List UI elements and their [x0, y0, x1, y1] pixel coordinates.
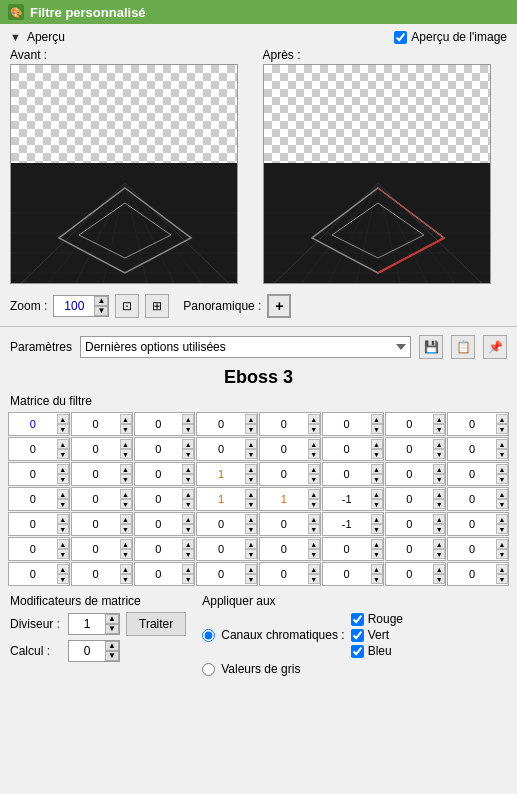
matrix-up-6-2[interactable]: ▲ — [182, 564, 194, 574]
matrix-input-2-1[interactable] — [72, 468, 120, 480]
panoramic-plus-btn[interactable]: + — [267, 294, 291, 318]
matrix-input-6-5[interactable] — [323, 568, 371, 580]
matrix-input-2-6[interactable] — [386, 468, 434, 480]
matrix-down-4-0[interactable]: ▼ — [57, 524, 69, 534]
matrix-down-3-6[interactable]: ▼ — [433, 499, 445, 509]
matrix-input-5-4[interactable] — [260, 543, 308, 555]
gray-radio[interactable] — [202, 663, 215, 676]
matrix-input-5-0[interactable] — [9, 543, 57, 555]
matrix-down-2-0[interactable]: ▼ — [57, 474, 69, 484]
matrix-down-4-6[interactable]: ▼ — [433, 524, 445, 534]
matrix-input-6-3[interactable] — [197, 568, 245, 580]
matrix-up-4-4[interactable]: ▲ — [308, 514, 320, 524]
matrix-input-4-0[interactable] — [9, 518, 57, 530]
matrix-up-2-4[interactable]: ▲ — [308, 464, 320, 474]
matrix-down-1-4[interactable]: ▼ — [308, 449, 320, 459]
matrix-down-2-3[interactable]: ▼ — [245, 474, 257, 484]
matrix-up-0-3[interactable]: ▲ — [245, 414, 257, 424]
matrix-up-4-3[interactable]: ▲ — [245, 514, 257, 524]
matrix-up-6-0[interactable]: ▲ — [57, 564, 69, 574]
matrix-down-1-2[interactable]: ▼ — [182, 449, 194, 459]
matrix-up-5-4[interactable]: ▲ — [308, 539, 320, 549]
matrix-input-1-5[interactable] — [323, 443, 371, 455]
zoom-fit-btn[interactable]: ⊡ — [115, 294, 139, 318]
matrix-down-6-0[interactable]: ▼ — [57, 574, 69, 584]
matrix-input-0-4[interactable] — [260, 418, 308, 430]
matrix-input-2-3[interactable] — [197, 468, 245, 480]
matrix-down-5-5[interactable]: ▼ — [371, 549, 383, 559]
matrix-down-4-7[interactable]: ▼ — [496, 524, 508, 534]
matrix-down-0-3[interactable]: ▼ — [245, 424, 257, 434]
matrix-up-3-0[interactable]: ▲ — [57, 489, 69, 499]
calc-up-btn[interactable]: ▲ — [105, 641, 119, 651]
matrix-up-1-5[interactable]: ▲ — [371, 439, 383, 449]
matrix-input-5-7[interactable] — [448, 543, 496, 555]
matrix-input-3-6[interactable] — [386, 493, 434, 505]
matrix-input-6-1[interactable] — [72, 568, 120, 580]
matrix-up-5-0[interactable]: ▲ — [57, 539, 69, 549]
matrix-down-3-3[interactable]: ▼ — [245, 499, 257, 509]
matrix-input-3-3[interactable] — [197, 493, 245, 505]
matrix-down-1-6[interactable]: ▼ — [433, 449, 445, 459]
matrix-down-4-4[interactable]: ▼ — [308, 524, 320, 534]
matrix-up-1-0[interactable]: ▲ — [57, 439, 69, 449]
matrix-input-1-1[interactable] — [72, 443, 120, 455]
divisor-up-btn[interactable]: ▲ — [105, 614, 119, 624]
matrix-up-1-4[interactable]: ▲ — [308, 439, 320, 449]
matrix-input-5-1[interactable] — [72, 543, 120, 555]
vert-checkbox[interactable] — [351, 629, 364, 642]
matrix-down-0-1[interactable]: ▼ — [120, 424, 132, 434]
matrix-input-1-2[interactable] — [135, 443, 183, 455]
matrix-input-6-4[interactable] — [260, 568, 308, 580]
matrix-input-3-4[interactable] — [260, 493, 308, 505]
matrix-input-6-0[interactable] — [9, 568, 57, 580]
matrix-input-2-4[interactable] — [260, 468, 308, 480]
matrix-input-0-7[interactable] — [448, 418, 496, 430]
matrix-input-4-6[interactable] — [386, 518, 434, 530]
matrix-up-6-5[interactable]: ▲ — [371, 564, 383, 574]
matrix-input-5-6[interactable] — [386, 543, 434, 555]
matrix-down-6-1[interactable]: ▼ — [120, 574, 132, 584]
matrix-down-4-1[interactable]: ▼ — [120, 524, 132, 534]
zoom-input[interactable] — [54, 298, 94, 314]
matrix-input-0-3[interactable] — [197, 418, 245, 430]
matrix-down-0-7[interactable]: ▼ — [496, 424, 508, 434]
matrix-up-6-3[interactable]: ▲ — [245, 564, 257, 574]
matrix-down-1-5[interactable]: ▼ — [371, 449, 383, 459]
matrix-down-0-6[interactable]: ▼ — [433, 424, 445, 434]
matrix-down-4-3[interactable]: ▼ — [245, 524, 257, 534]
matrix-down-2-1[interactable]: ▼ — [120, 474, 132, 484]
zoom-down-btn[interactable]: ▼ — [94, 306, 108, 316]
calc-input[interactable] — [69, 644, 105, 658]
matrix-up-4-2[interactable]: ▲ — [182, 514, 194, 524]
params-paste-btn[interactable]: 📌 — [483, 335, 507, 359]
matrix-down-3-1[interactable]: ▼ — [120, 499, 132, 509]
matrix-down-3-7[interactable]: ▼ — [496, 499, 508, 509]
matrix-input-0-1[interactable] — [72, 418, 120, 430]
matrix-up-5-7[interactable]: ▲ — [496, 539, 508, 549]
matrix-input-4-5[interactable] — [323, 518, 371, 530]
matrix-down-6-7[interactable]: ▼ — [496, 574, 508, 584]
traiter-btn[interactable]: Traiter — [126, 612, 186, 636]
matrix-up-1-3[interactable]: ▲ — [245, 439, 257, 449]
matrix-up-3-7[interactable]: ▲ — [496, 489, 508, 499]
matrix-up-0-2[interactable]: ▲ — [182, 414, 194, 424]
matrix-input-0-2[interactable] — [135, 418, 183, 430]
matrix-up-1-2[interactable]: ▲ — [182, 439, 194, 449]
matrix-up-3-4[interactable]: ▲ — [308, 489, 320, 499]
matrix-input-5-3[interactable] — [197, 543, 245, 555]
matrix-down-0-4[interactable]: ▼ — [308, 424, 320, 434]
matrix-up-3-1[interactable]: ▲ — [120, 489, 132, 499]
matrix-down-5-7[interactable]: ▼ — [496, 549, 508, 559]
matrix-input-4-7[interactable] — [448, 518, 496, 530]
matrix-down-5-2[interactable]: ▼ — [182, 549, 194, 559]
matrix-down-4-5[interactable]: ▼ — [371, 524, 383, 534]
matrix-up-1-6[interactable]: ▲ — [433, 439, 445, 449]
matrix-input-5-5[interactable] — [323, 543, 371, 555]
matrix-up-5-3[interactable]: ▲ — [245, 539, 257, 549]
matrix-input-4-3[interactable] — [197, 518, 245, 530]
matrix-up-3-3[interactable]: ▲ — [245, 489, 257, 499]
matrix-down-0-5[interactable]: ▼ — [371, 424, 383, 434]
matrix-input-6-7[interactable] — [448, 568, 496, 580]
divisor-down-btn[interactable]: ▼ — [105, 624, 119, 634]
